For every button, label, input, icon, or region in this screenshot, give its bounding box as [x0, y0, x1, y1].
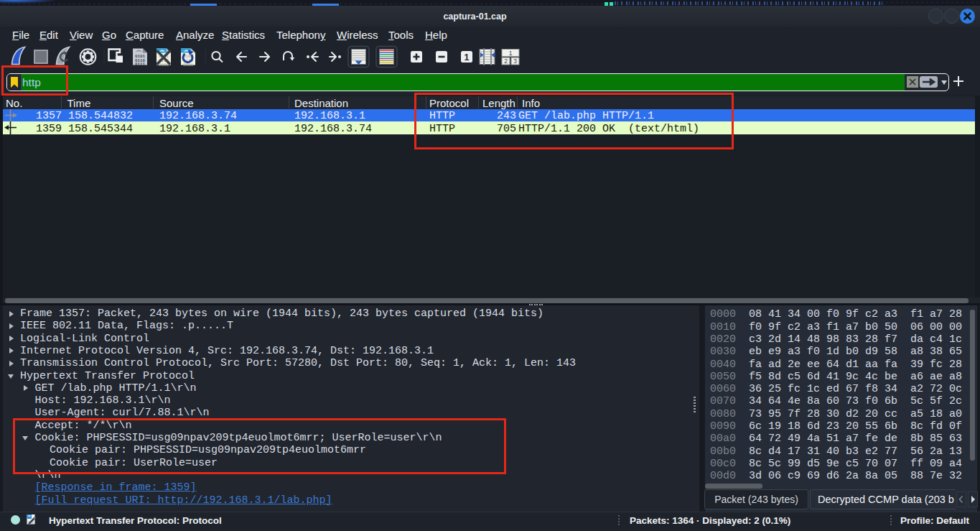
svg-text:1: 1	[509, 50, 513, 57]
svg-text:2: 2	[504, 57, 508, 65]
svg-text:1: 1	[465, 52, 470, 63]
svg-text:0111: 0111	[135, 62, 145, 67]
svg-text:3: 3	[513, 57, 517, 65]
